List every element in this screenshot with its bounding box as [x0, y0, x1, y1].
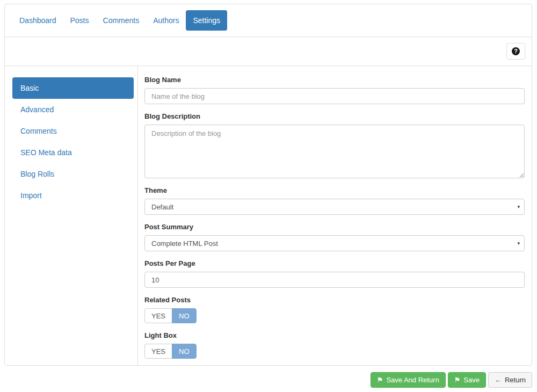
light-box-yes-button[interactable]: YES — [144, 344, 172, 359]
question-icon: ? — [512, 47, 520, 55]
content-area: Basic Advanced Comments SEO Meta data Bl… — [5, 66, 532, 366]
save-and-return-label: Save And Return — [386, 376, 439, 384]
posts-per-page-input[interactable] — [144, 272, 525, 288]
blog-name-input[interactable] — [144, 88, 525, 104]
footer-actions: ⚑ Save And Return ⚑ Save ← Return — [371, 372, 532, 388]
light-box-no-button[interactable]: NO — [172, 344, 197, 359]
blog-description-label: Blog Description — [144, 112, 525, 121]
return-label: Return — [505, 376, 526, 384]
theme-select[interactable]: Default — [144, 199, 525, 215]
sidebar-item-seo-meta-data[interactable]: SEO Meta data — [12, 142, 134, 163]
theme-group: Theme Default ▾ — [144, 186, 525, 215]
light-box-label: Light Box — [144, 331, 525, 340]
sidebar-item-import[interactable]: Import — [12, 185, 134, 206]
light-box-group: Light Box YES NO — [144, 331, 525, 359]
save-label: Save — [463, 376, 480, 384]
help-button[interactable]: ? — [506, 43, 525, 60]
settings-panel: Dashboard Posts Comments Authors Setting… — [4, 4, 532, 366]
sidebar-item-comments[interactable]: Comments — [12, 120, 134, 142]
related-posts-label: Related Posts — [144, 296, 525, 304]
blog-description-group: Blog Description — [144, 112, 525, 178]
related-posts-toggle: YES NO — [144, 308, 197, 323]
tab-posts[interactable]: Posts — [63, 10, 96, 31]
blog-name-group: Blog Name — [144, 76, 525, 104]
tab-authors[interactable]: Authors — [146, 10, 186, 31]
post-summary-group: Post Summary Complete HTML Post ▾ — [144, 223, 525, 251]
blog-name-label: Blog Name — [144, 76, 525, 84]
related-posts-yes-button[interactable]: YES — [144, 308, 172, 323]
tab-comments[interactable]: Comments — [96, 10, 147, 31]
toolbar: ? — [5, 37, 532, 66]
return-button[interactable]: ← Return — [488, 372, 532, 388]
post-summary-select[interactable]: Complete HTML Post — [144, 235, 525, 251]
related-posts-no-button[interactable]: NO — [172, 308, 197, 323]
posts-per-page-label: Posts Per Page — [144, 259, 525, 268]
settings-sidebar: Basic Advanced Comments SEO Meta data Bl… — [5, 66, 138, 366]
save-button[interactable]: ⚑ Save — [448, 372, 486, 388]
flag-icon: ⚑ — [454, 376, 461, 383]
post-summary-label: Post Summary — [144, 223, 525, 231]
save-and-return-button[interactable]: ⚑ Save And Return — [371, 372, 446, 388]
tab-settings[interactable]: Settings — [186, 10, 227, 31]
main-nav: Dashboard Posts Comments Authors Setting… — [5, 4, 532, 37]
sidebar-item-blog-rolls[interactable]: Blog Rolls — [12, 163, 134, 185]
sidebar-item-advanced[interactable]: Advanced — [12, 99, 134, 120]
posts-per-page-group: Posts Per Page — [144, 259, 525, 288]
flag-icon: ⚑ — [377, 376, 383, 383]
tab-dashboard[interactable]: Dashboard — [12, 10, 63, 31]
theme-label: Theme — [144, 186, 525, 195]
sidebar-item-basic[interactable]: Basic — [12, 77, 134, 99]
related-posts-group: Related Posts YES NO — [144, 296, 525, 323]
light-box-toggle: YES NO — [144, 344, 197, 359]
blog-description-textarea[interactable] — [144, 125, 525, 178]
basic-settings-form: Blog Name Blog Description Theme Default… — [138, 66, 532, 366]
arrow-left-icon: ← — [495, 376, 502, 383]
